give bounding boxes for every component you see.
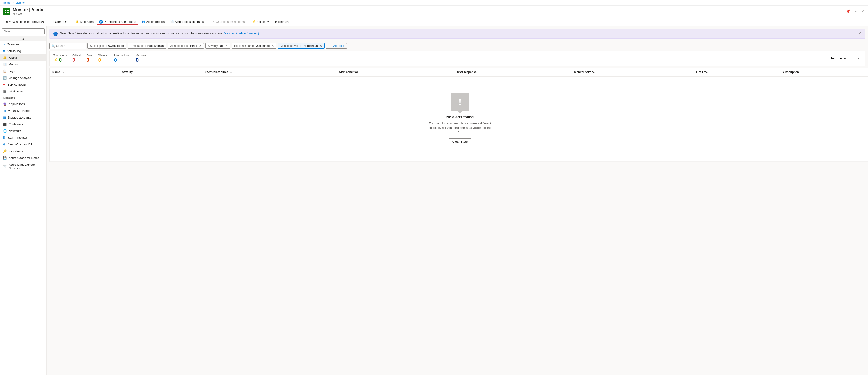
empty-row: ! No alerts found Try changing your sear…	[50, 76, 868, 161]
sidebar-item-azure-cache[interactable]: 💾 Azure Cache for Redis	[0, 155, 46, 161]
col-name-label: Name	[53, 70, 60, 74]
close-button[interactable]: ✕	[860, 8, 865, 14]
search-input[interactable]	[56, 44, 84, 48]
alert-condition-filter-chip[interactable]: Alert condition : Fired ✕	[167, 43, 204, 49]
monitor-service-clear-button[interactable]: ✕	[320, 44, 322, 48]
col-severity[interactable]: Severity ↑↓	[119, 68, 202, 76]
verbose-count: Verbose 0	[136, 54, 146, 63]
metrics-icon: 📊	[3, 63, 7, 66]
informational-value: 0	[114, 57, 130, 63]
sidebar-label-data-explorer: Azure Data Explorer Clusters	[8, 163, 43, 170]
time-range-filter-chip[interactable]: Time range : Past 30 days	[128, 43, 166, 49]
col-fire-time[interactable]: Fire time ↑↓	[693, 68, 779, 76]
alert-rules-button[interactable]: 🔔 Alert rules	[73, 19, 96, 25]
notification-link[interactable]: View as timeline (preview)	[224, 32, 259, 35]
sidebar-item-cosmos-db[interactable]: ⚙ Azure Cosmos DB	[0, 141, 46, 148]
notification-close-button[interactable]: ✕	[859, 32, 861, 35]
col-user-response[interactable]: User response ↑↓	[454, 68, 571, 76]
monitor-service-value: Prometheus	[302, 44, 318, 48]
action-groups-icon: 👥	[142, 20, 145, 24]
clear-filters-button[interactable]: Clear filters	[448, 138, 472, 145]
add-filter-button[interactable]: + + Add filter	[326, 43, 347, 49]
sidebar-item-containers[interactable]: ⬛ Containers	[0, 121, 46, 128]
sidebar-item-key-vaults[interactable]: 🔑 Key Vaults	[0, 148, 46, 155]
col-affected-resource[interactable]: Affected resource ↑↓	[202, 68, 336, 76]
alert-rules-icon: 🔔	[75, 20, 79, 24]
sidebar-item-service-health[interactable]: ❤ Service health	[0, 81, 46, 88]
sidebar-item-networks[interactable]: 🌐 Networks	[0, 128, 46, 134]
col-subscription-label: Subscription	[782, 70, 799, 74]
logs-icon: 📋	[3, 69, 7, 73]
sidebar-item-metrics[interactable]: 📊 Metrics	[0, 61, 46, 68]
add-filter-label: + Add filter	[331, 44, 344, 48]
critical-label: Critical	[72, 54, 81, 57]
total-label: Total alerts	[53, 54, 67, 57]
error-count: Error 0	[87, 54, 93, 63]
pin-button[interactable]: 📌	[845, 8, 851, 14]
applications-icon: 🔮	[3, 102, 7, 106]
sidebar-item-virtual-machines[interactable]: 🖥 Virtual Machines	[0, 107, 46, 114]
main-layout: ▲ ○ Overview ≡ Activity log 🔔 Alerts 📊 M…	[0, 27, 868, 375]
col-alert-condition[interactable]: Alert condition ↑↓	[336, 68, 454, 76]
sidebar-label-metrics: Metrics	[8, 63, 18, 66]
severity-clear-button[interactable]: ✕	[225, 44, 228, 48]
notification-icon: 🔵	[53, 32, 58, 36]
refresh-button[interactable]: ↻ Refresh	[272, 19, 291, 25]
resource-name-filter-chip[interactable]: Resource name : 2 selected ✕	[231, 43, 276, 49]
col-subscription[interactable]: Subscription	[779, 68, 868, 76]
grouping-select[interactable]: No grouping Smart grouping Resource Seve…	[829, 55, 861, 62]
page-subtitle: Microsoft	[13, 12, 845, 15]
sidebar-item-sql[interactable]: 🗄 SQL (preview)	[0, 134, 46, 141]
header-actions: 📌 ··· ✕	[845, 8, 865, 14]
error-value: 0	[87, 57, 93, 63]
sidebar-item-workbooks[interactable]: 📓 Workbooks	[0, 88, 46, 95]
sidebar-label-activity-log: Activity log	[7, 49, 21, 53]
warning-value: 0	[98, 57, 108, 63]
cosmos-db-icon: ⚙	[3, 143, 6, 146]
breadcrumb-monitor[interactable]: Monitor	[16, 1, 25, 4]
alert-condition-clear-button[interactable]: ✕	[199, 44, 202, 48]
sidebar-item-data-explorer[interactable]: 🔭 Azure Data Explorer Clusters	[0, 161, 46, 171]
sidebar-label-containers: Containers	[8, 123, 23, 126]
verbose-label: Verbose	[136, 54, 146, 57]
sidebar-label-virtual-machines: Virtual Machines	[8, 109, 30, 113]
change-user-response-button[interactable]: ✓ Change user response	[210, 19, 249, 25]
prometheus-rule-groups-button[interactable]: P Prometheus rule groups	[97, 19, 138, 25]
sidebar: ▲ ○ Overview ≡ Activity log 🔔 Alerts 📊 M…	[0, 27, 46, 375]
timeline-icon: ⊞	[5, 20, 8, 24]
sidebar-item-storage-accounts[interactable]: ▦ Storage accounts	[0, 114, 46, 121]
alert-processing-rules-button[interactable]: 📄 Alert processing rules	[168, 19, 206, 25]
sidebar-item-overview[interactable]: ○ Overview	[0, 41, 46, 48]
table-body: ! No alerts found Try changing your sear…	[50, 76, 868, 161]
sidebar-item-alerts[interactable]: 🔔 Alerts	[0, 54, 46, 61]
time-range-label: Time range :	[130, 44, 146, 48]
severity-filter-chip[interactable]: Severity : all ✕	[205, 43, 230, 49]
resource-name-clear-button[interactable]: ✕	[272, 44, 274, 48]
informational-label: Informational	[114, 54, 130, 57]
create-button[interactable]: + Create ▾	[50, 19, 69, 25]
subscription-filter-chip[interactable]: Subscription : ACME Telco	[88, 43, 126, 49]
col-name[interactable]: Name ↑↓	[50, 68, 119, 76]
notification-banner: 🔵 New: New: View alerts visualized on a …	[50, 29, 865, 38]
col-monitor-service[interactable]: Monitor service ↑↓	[571, 68, 693, 76]
sidebar-item-change-analysis[interactable]: 🔄 Change Analysis	[0, 74, 46, 81]
search-filter: 🔍	[50, 43, 86, 49]
svg-rect-2	[5, 11, 6, 13]
scroll-up-indicator: ▲	[0, 36, 46, 41]
sidebar-item-logs[interactable]: 📋 Logs	[0, 68, 46, 74]
view-timeline-button[interactable]: ⊞ View as timeline (preview)	[3, 19, 46, 25]
col-fire-time-label: Fire time	[696, 70, 708, 74]
sidebar-item-activity-log[interactable]: ≡ Activity log	[0, 48, 46, 54]
table-header: Name ↑↓ Severity ↑↓ Affected resource ↑↓	[50, 68, 868, 76]
actions-button[interactable]: ⚡ Actions ▾	[250, 19, 272, 25]
alert-condition-label: Alert condition :	[170, 44, 189, 48]
more-button[interactable]: ···	[854, 8, 858, 14]
breadcrumb-home[interactable]: Home	[3, 1, 10, 4]
resource-name-value: 2 selected	[256, 44, 270, 48]
monitor-service-filter-chip[interactable]: Monitor service : Prometheus ✕	[278, 43, 324, 49]
sidebar-search-input[interactable]	[2, 28, 44, 34]
action-groups-button[interactable]: 👥 Action groups	[139, 19, 167, 25]
sidebar-item-applications[interactable]: 🔮 Applications	[0, 101, 46, 107]
notification-text: New: New: View alerts visualized on a ti…	[60, 32, 259, 35]
sidebar-label-workbooks: Workbooks	[8, 90, 24, 93]
